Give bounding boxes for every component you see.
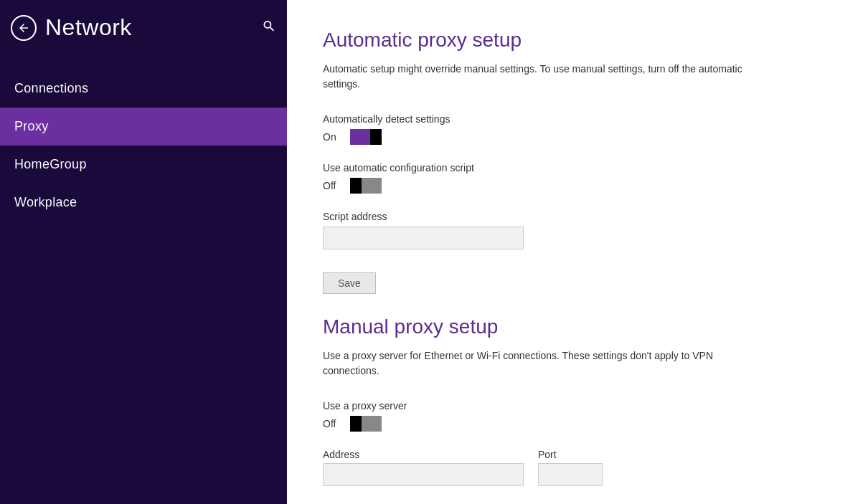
sidebar-item-proxy[interactable]: Proxy	[0, 108, 287, 146]
script-address-setting: Script address	[323, 211, 832, 249]
use-proxy-track	[350, 416, 382, 432]
use-proxy-toggle[interactable]	[350, 416, 382, 432]
back-button[interactable]	[11, 15, 37, 41]
manual-proxy-description: Use a proxy server for Ethernet or Wi-Fi…	[323, 348, 768, 379]
use-proxy-state: Off	[323, 418, 343, 429]
port-group: Port	[538, 449, 603, 486]
script-address-input[interactable]	[323, 227, 524, 249]
sidebar-item-homegroup[interactable]: HomeGroup	[0, 146, 287, 184]
auto-config-state: Off	[323, 180, 343, 191]
auto-detect-label: Automatically detect settings	[323, 113, 832, 125]
address-label: Address	[323, 449, 524, 460]
search-icon[interactable]	[262, 19, 276, 37]
use-proxy-toggle-row: Off	[323, 416, 832, 432]
address-input[interactable]	[323, 463, 524, 486]
use-proxy-label: Use a proxy server	[323, 400, 832, 412]
port-input[interactable]	[538, 463, 603, 486]
auto-detect-state: On	[323, 131, 343, 143]
manual-proxy-title: Manual proxy setup	[323, 315, 832, 338]
auto-config-toggle[interactable]	[350, 178, 382, 194]
sidebar-item-connections[interactable]: Connections	[0, 70, 287, 108]
address-group: Address	[323, 449, 524, 486]
port-label: Port	[538, 449, 603, 460]
auto-config-label: Use automatic configuration script	[323, 162, 832, 173]
script-address-label: Script address	[323, 211, 832, 222]
use-proxy-thumb	[350, 416, 362, 432]
auto-detect-setting: Automatically detect settings On	[323, 113, 832, 145]
sidebar-nav: Connections Proxy HomeGroup Workplace	[0, 70, 287, 222]
auto-config-setting: Use automatic configuration script Off	[323, 162, 832, 194]
auto-detect-toggle[interactable]	[350, 129, 382, 145]
save-button[interactable]: Save	[323, 272, 376, 294]
use-proxy-setting: Use a proxy server Off	[323, 400, 832, 432]
sidebar: Network Connections Proxy HomeGroup Work…	[0, 0, 287, 504]
auto-detect-track	[350, 129, 382, 145]
auto-config-thumb	[350, 178, 362, 194]
auto-detect-toggle-row: On	[323, 129, 832, 145]
auto-config-track	[350, 178, 382, 194]
automatic-proxy-section: Automatic proxy setup Automatic setup mi…	[323, 29, 832, 294]
auto-config-toggle-row: Off	[323, 178, 832, 194]
automatic-proxy-title: Automatic proxy setup	[323, 29, 832, 52]
sidebar-header: Network	[0, 0, 287, 55]
manual-proxy-section: Manual proxy setup Use a proxy server fo…	[323, 315, 832, 486]
automatic-proxy-description: Automatic setup might override manual se…	[323, 62, 768, 92]
auto-detect-thumb	[370, 129, 382, 145]
address-port-row: Address Port	[323, 449, 832, 486]
main-content: Automatic proxy setup Automatic setup mi…	[287, 0, 868, 504]
sidebar-item-workplace[interactable]: Workplace	[0, 184, 287, 222]
sidebar-title: Network	[45, 14, 276, 41]
